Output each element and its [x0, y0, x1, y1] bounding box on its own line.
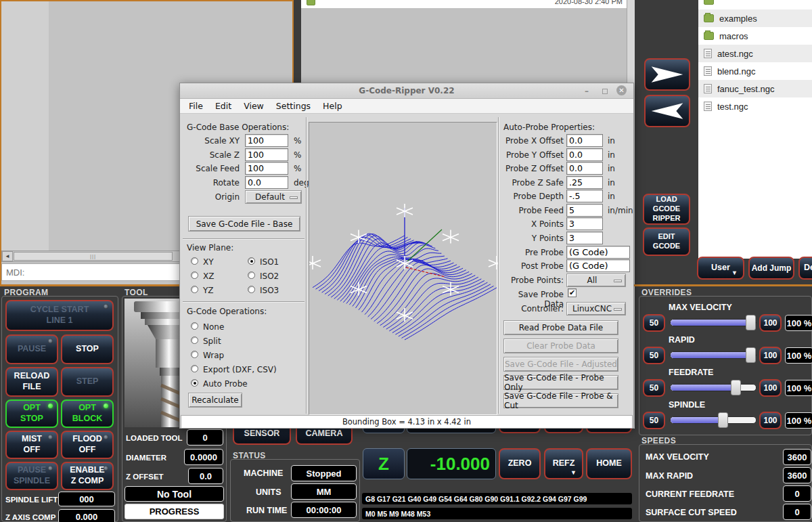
- dropdown-indicator-icon: [614, 280, 622, 282]
- scroll-left-arrow-icon[interactable]: ◄: [2, 251, 13, 261]
- folder-icon: [307, 0, 315, 5]
- override-max-button[interactable]: 100: [759, 314, 782, 332]
- edit-gcode-button[interactable]: EDIT GCODE: [643, 227, 690, 256]
- load-gcode-ripper-button[interactable]: LOAD GCODE RIPPER: [643, 194, 690, 225]
- z-axis-letter[interactable]: Z: [363, 448, 405, 479]
- scale-z-unit: %: [294, 150, 301, 160]
- radio-xz[interactable]: [191, 271, 198, 279]
- z-ref-button[interactable]: REFZ▼: [544, 448, 583, 479]
- probe-feed-input[interactable]: [566, 204, 603, 217]
- slider-handle[interactable]: [746, 347, 756, 363]
- override-max-button[interactable]: 100: [759, 412, 782, 429]
- z-home-button[interactable]: HOME: [586, 448, 632, 479]
- post-probe-input[interactable]: [566, 259, 630, 272]
- menu-view[interactable]: View: [238, 99, 270, 113]
- file-row[interactable]: macros: [698, 27, 812, 45]
- save-probe-only-button[interactable]: Save G-Code File - Probe Only: [503, 375, 618, 390]
- radio-iso3[interactable]: [248, 286, 255, 293]
- pre-probe-input[interactable]: [566, 246, 630, 259]
- probe-points-dropdown[interactable]: All: [566, 274, 626, 287]
- read-probe-data-button[interactable]: Read Probe Data File: [503, 320, 618, 335]
- clear-probe-data-button[interactable]: Clear Probe Data: [503, 339, 618, 353]
- scale-z-input[interactable]: [245, 148, 288, 161]
- cycle-start-button[interactable]: CYCLE START LINE 1: [5, 300, 114, 331]
- prev-file-button[interactable]: [644, 95, 690, 127]
- flood-button[interactable]: FLOOD OFF: [61, 431, 114, 459]
- override-min-button[interactable]: 50: [643, 379, 665, 397]
- file-row[interactable]: blend.ngc: [698, 62, 812, 80]
- z-zero-button[interactable]: ZERO: [499, 448, 541, 479]
- override-min-button[interactable]: 50: [643, 412, 665, 429]
- file-row[interactable]: examples: [698, 9, 812, 27]
- pause-spindle-button[interactable]: PAUSE SPINDLE: [5, 462, 58, 490]
- radio-iso2[interactable]: [248, 271, 255, 279]
- menu-edit[interactable]: Edit: [209, 99, 238, 113]
- y-points-input[interactable]: [566, 232, 603, 244]
- file-row[interactable]: atest.ngc: [698, 45, 812, 62]
- origin-dropdown[interactable]: Default: [245, 190, 302, 204]
- file-row-clipped[interactable]: [698, 0, 812, 9]
- max-velocity-slider[interactable]: [670, 319, 757, 326]
- x-points-input[interactable]: [566, 217, 603, 230]
- radio-yz[interactable]: [191, 286, 198, 293]
- scale-xy-label: Scale XY: [180, 136, 240, 146]
- rotate-input[interactable]: [245, 176, 288, 189]
- radio-split[interactable]: [191, 336, 198, 344]
- feedrate-slider[interactable]: [670, 384, 757, 391]
- slider-handle[interactable]: [718, 412, 728, 428]
- probe-z-safe-input[interactable]: [566, 176, 603, 189]
- slider-handle[interactable]: [731, 380, 741, 395]
- radio-xy[interactable]: [191, 257, 198, 265]
- scale-xy-input[interactable]: [245, 134, 288, 147]
- maximize-icon[interactable]: [602, 89, 608, 94]
- opt-stop-button[interactable]: OPT STOP: [5, 399, 58, 428]
- next-file-button[interactable]: [644, 58, 690, 91]
- step-button[interactable]: STEP: [61, 367, 114, 397]
- scale-feed-input[interactable]: [245, 162, 288, 175]
- spindle-slider[interactable]: [670, 416, 757, 424]
- probe-x-offset-input[interactable]: [566, 134, 603, 147]
- radio-export[interactable]: [191, 365, 198, 372]
- radio-wrap[interactable]: [191, 351, 198, 358]
- menu-settings[interactable]: Settings: [270, 99, 317, 113]
- minimize-icon[interactable]: –: [585, 87, 591, 95]
- radio-auto-probe[interactable]: [191, 379, 198, 387]
- radio-none[interactable]: [191, 322, 198, 330]
- override-min-button[interactable]: 50: [643, 314, 665, 332]
- user-tab-button[interactable]: User ▼: [697, 257, 744, 280]
- dialog-titlebar[interactable]: G-Code-Ripper V0.22 – ✕: [180, 83, 633, 99]
- probe-y-offset-input[interactable]: [566, 148, 603, 161]
- mist-button[interactable]: MIST OFF: [5, 431, 58, 459]
- save-base-button[interactable]: Save G-Code File - Base: [188, 216, 300, 232]
- user-tab-label: User: [711, 263, 730, 274]
- reload-file-button[interactable]: RELOAD FILE: [5, 367, 58, 397]
- override-max-button[interactable]: 100: [759, 379, 782, 397]
- rapid-slider[interactable]: [670, 351, 757, 359]
- probe-depth-input[interactable]: [566, 190, 603, 202]
- menu-help[interactable]: Help: [317, 99, 348, 113]
- probe-z-offset-input[interactable]: [566, 162, 603, 175]
- radio-iso1[interactable]: [248, 257, 255, 265]
- save-probe-data-checkbox[interactable]: ✔: [568, 288, 577, 297]
- plot-canvas[interactable]: [309, 122, 497, 415]
- view-plane-heading: View Plane:: [187, 243, 233, 253]
- save-adjusted-button[interactable]: Save G-Code File - Adjusted: [503, 357, 618, 372]
- override-max-button[interactable]: 100: [759, 347, 782, 364]
- recalculate-button[interactable]: Recalculate: [188, 393, 242, 408]
- save-probe-cut-button[interactable]: Save G-Code File - Probe & Cut: [503, 393, 618, 408]
- file-row[interactable]: fanuc_test.ngc: [698, 80, 812, 97]
- stop-button[interactable]: STOP: [61, 334, 114, 364]
- partial-button[interactable]: De: [798, 257, 812, 280]
- opt-block-button[interactable]: OPT BLOCK: [61, 399, 114, 428]
- override-percent: 100 %: [785, 315, 812, 331]
- pause-button[interactable]: PAUSE: [5, 334, 58, 364]
- controller-dropdown[interactable]: LinuxCNC: [566, 302, 626, 316]
- add-jump-button[interactable]: Add Jump: [748, 257, 794, 280]
- file-row[interactable]: test.ngc: [698, 97, 812, 115]
- scrollbar-thumb[interactable]: |||: [14, 252, 173, 261]
- enable-zcomp-button[interactable]: ENABLE Z COMP: [61, 462, 114, 490]
- override-min-button[interactable]: 50: [643, 347, 665, 364]
- menu-file[interactable]: File: [183, 99, 209, 113]
- slider-handle[interactable]: [746, 315, 756, 330]
- close-icon[interactable]: ✕: [616, 85, 627, 95]
